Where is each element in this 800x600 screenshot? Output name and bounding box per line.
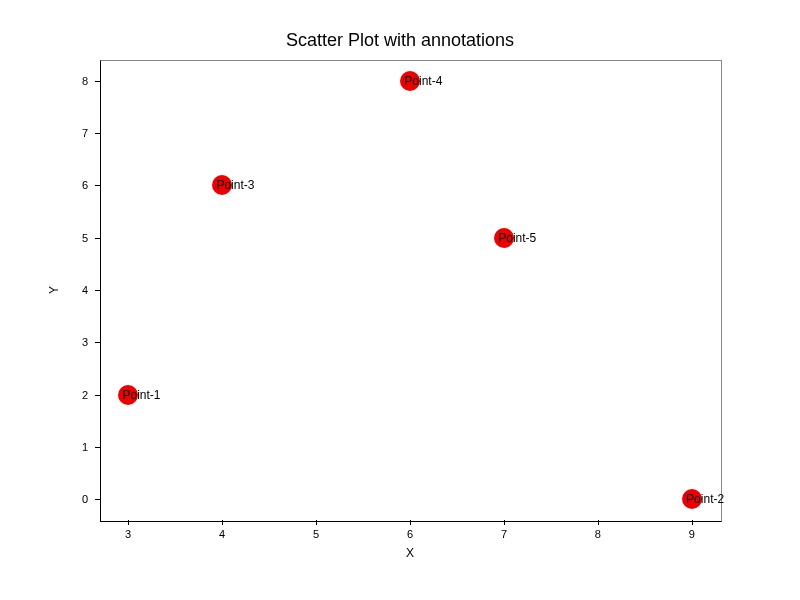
x-axis-label: X xyxy=(100,546,720,560)
y-tick xyxy=(95,290,100,291)
y-tick-label: 3 xyxy=(82,336,88,348)
point-annotation: Point-1 xyxy=(122,388,160,402)
chart-container: X Y 3456789012345678Point-1Point-2Point-… xyxy=(100,60,720,520)
y-tick-label: 0 xyxy=(82,493,88,505)
y-tick xyxy=(95,133,100,134)
y-tick xyxy=(95,447,100,448)
x-tick xyxy=(598,520,599,525)
x-tick-label: 6 xyxy=(407,528,413,540)
y-tick-label: 7 xyxy=(82,127,88,139)
point-annotation: Point-4 xyxy=(404,74,442,88)
plot-area xyxy=(100,60,722,522)
y-tick xyxy=(95,499,100,500)
y-tick-label: 1 xyxy=(82,441,88,453)
x-tick xyxy=(692,520,693,525)
x-tick-label: 7 xyxy=(501,528,507,540)
point-annotation: Point-5 xyxy=(498,231,536,245)
x-tick-label: 9 xyxy=(689,528,695,540)
y-tick xyxy=(95,395,100,396)
point-annotation: Point-3 xyxy=(216,178,254,192)
y-tick-label: 8 xyxy=(82,75,88,87)
x-tick-label: 3 xyxy=(125,528,131,540)
x-tick-label: 5 xyxy=(313,528,319,540)
y-tick xyxy=(95,81,100,82)
y-tick xyxy=(95,185,100,186)
y-tick xyxy=(95,342,100,343)
chart-title: Scatter Plot with annotations xyxy=(0,30,800,51)
x-tick-label: 8 xyxy=(595,528,601,540)
y-tick-label: 6 xyxy=(82,179,88,191)
x-tick xyxy=(222,520,223,525)
x-tick xyxy=(128,520,129,525)
x-tick xyxy=(316,520,317,525)
y-tick-label: 4 xyxy=(82,284,88,296)
point-annotation: Point-2 xyxy=(686,492,724,506)
y-axis-label: Y xyxy=(47,286,61,294)
y-tick xyxy=(95,238,100,239)
y-tick-label: 5 xyxy=(82,232,88,244)
y-tick-label: 2 xyxy=(82,389,88,401)
x-tick xyxy=(410,520,411,525)
x-tick-label: 4 xyxy=(219,528,225,540)
x-tick xyxy=(504,520,505,525)
